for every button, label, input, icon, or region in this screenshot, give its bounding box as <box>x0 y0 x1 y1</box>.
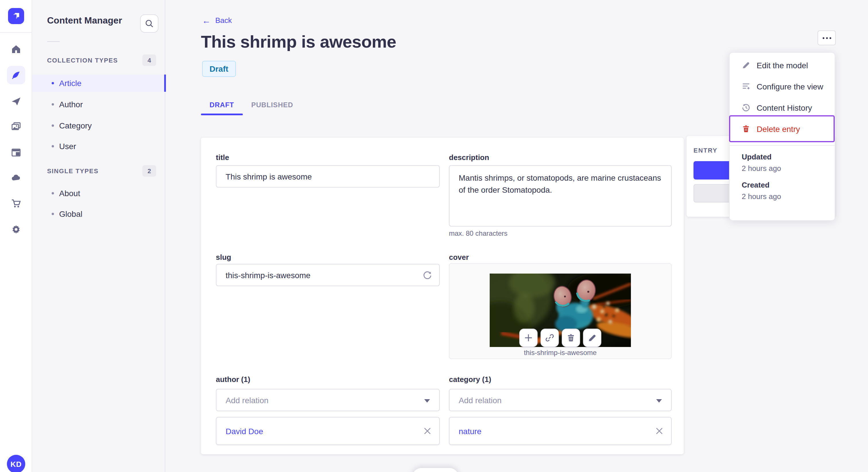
sidebar-item-label: About <box>59 189 80 198</box>
description-helper-text: max. 80 characters <box>449 229 507 237</box>
close-icon[interactable] <box>656 427 663 435</box>
bullet-icon <box>52 125 54 127</box>
close-icon[interactable] <box>424 427 431 435</box>
author-field-label: author (1) <box>216 375 250 384</box>
sidebar-item-user[interactable]: User <box>32 138 165 155</box>
pencil-icon <box>742 61 750 69</box>
tab-bar: DRAFT PUBLISHED <box>201 99 302 111</box>
sidebar-item-article[interactable]: Article <box>32 74 165 92</box>
search-button[interactable] <box>140 14 158 33</box>
sidebar-item-global[interactable]: Global <box>32 205 165 223</box>
cloud-icon[interactable] <box>8 170 24 186</box>
bullet-icon <box>52 82 54 84</box>
more-options-button[interactable] <box>817 30 836 45</box>
sidebar-item-label: User <box>59 142 76 151</box>
add-asset-button[interactable] <box>519 329 538 347</box>
collection-types-count-badge: 4 <box>143 55 156 66</box>
author-select-placeholder: Add relation <box>226 396 268 405</box>
chevron-down-icon <box>424 399 430 403</box>
home-icon[interactable] <box>8 41 24 57</box>
cover-field-box: this-shrimp-is-awesome <box>449 263 672 359</box>
category-field-label: category (1) <box>449 375 491 384</box>
category-relation-select[interactable]: Add relation <box>449 389 672 411</box>
description-field-label: description <box>449 153 489 162</box>
entry-form-card: title description Mantis shrimps, or sto… <box>201 138 684 454</box>
link-icon <box>545 333 554 342</box>
sidebar-item-category[interactable]: Category <box>32 117 165 134</box>
copy-link-button[interactable] <box>540 329 559 347</box>
bullet-icon <box>52 192 54 194</box>
tab-draft[interactable]: DRAFT <box>201 99 243 111</box>
subnav-divider <box>47 41 60 42</box>
layout-icon[interactable] <box>8 144 24 161</box>
trash-icon <box>742 125 750 133</box>
cover-caption: this-shrimp-is-awesome <box>450 349 671 357</box>
rail-divider <box>0 32 32 33</box>
title-input[interactable] <box>216 165 440 188</box>
slug-input[interactable] <box>216 264 440 286</box>
search-icon <box>145 19 154 28</box>
slug-field-label: slug <box>216 253 231 262</box>
description-textarea[interactable]: Mantis shrimps, or stomatopods, are mari… <box>449 165 672 227</box>
back-label: Back <box>215 16 232 25</box>
sidebar-item-author[interactable]: Author <box>32 96 165 113</box>
relation-link[interactable]: David Doe <box>226 427 263 436</box>
send-icon[interactable] <box>8 94 24 109</box>
author-relation-item: David Doe <box>216 417 440 445</box>
pencil-icon <box>588 333 597 342</box>
category-select-placeholder: Add relation <box>459 396 501 405</box>
cover-field-label: cover <box>449 253 469 262</box>
history-icon <box>742 103 750 112</box>
menu-item-edit-the-model[interactable]: Edit the model <box>730 55 835 76</box>
menu-divider <box>730 145 835 146</box>
subnav-panel: Content Manager COLLECTION TYPES 4 Artic… <box>32 0 165 472</box>
icon-rail: KD <box>0 0 32 472</box>
avatar[interactable]: KD <box>7 455 25 472</box>
sidebar-item-label: Article <box>59 78 82 88</box>
created-value: 2 hours ago <box>742 192 781 201</box>
trash-icon <box>566 333 576 342</box>
floating-actions-pill[interactable] <box>412 468 459 472</box>
sidebar-item-label: Category <box>59 121 92 130</box>
feather-icon[interactable] <box>7 66 25 84</box>
status-badge: Draft <box>202 61 236 77</box>
tab-published[interactable]: PUBLISHED <box>243 99 302 111</box>
more-options-menu: Edit the model Configure the view Conten… <box>729 52 835 221</box>
relation-link[interactable]: nature <box>459 427 482 436</box>
single-types-count-badge: 2 <box>143 165 156 177</box>
bullet-icon <box>52 103 54 105</box>
app-window: KD Content Manager COLLECTION TYPES 4 Ar… <box>0 0 868 472</box>
arrow-left-icon: ← <box>202 16 211 24</box>
menu-item-delete-entry[interactable]: Delete entry <box>729 115 835 142</box>
cart-icon[interactable] <box>8 196 24 212</box>
cover-actions-toolbar <box>519 329 601 347</box>
bullet-icon <box>52 213 54 215</box>
subnav-title: Content Manager <box>47 15 122 26</box>
menu-item-configure-the-view[interactable]: Configure the view <box>730 76 835 97</box>
entry-panel-heading: ENTRY <box>693 147 718 154</box>
media-icon[interactable] <box>8 119 24 135</box>
created-label: Created <box>742 181 770 189</box>
edit-asset-button[interactable] <box>583 329 601 347</box>
section-collection-types: COLLECTION TYPES <box>47 57 118 64</box>
section-single-types: SINGLE TYPES <box>47 167 98 174</box>
updated-label: Updated <box>742 153 772 161</box>
strapi-logo-icon[interactable] <box>8 8 24 24</box>
page-title: This shrimp is awesome <box>201 32 396 52</box>
category-relation-item: nature <box>449 417 672 445</box>
sidebar-item-label: Global <box>59 209 82 218</box>
menu-item-content-history[interactable]: Content History <box>730 97 835 118</box>
plus-icon <box>524 333 533 342</box>
configure-list-icon <box>742 82 750 91</box>
title-field-label: title <box>216 153 229 162</box>
bullet-icon <box>52 145 54 147</box>
chevron-down-icon <box>656 399 662 403</box>
delete-asset-button[interactable] <box>562 329 580 347</box>
author-relation-select[interactable]: Add relation <box>216 389 440 411</box>
updated-value: 2 hours ago <box>742 164 781 173</box>
back-link[interactable]: ← Back <box>202 16 232 25</box>
gear-icon[interactable] <box>8 222 24 237</box>
refresh-icon[interactable] <box>423 270 432 280</box>
sidebar-item-about[interactable]: About <box>32 185 165 202</box>
more-horizontal-icon <box>823 37 824 39</box>
